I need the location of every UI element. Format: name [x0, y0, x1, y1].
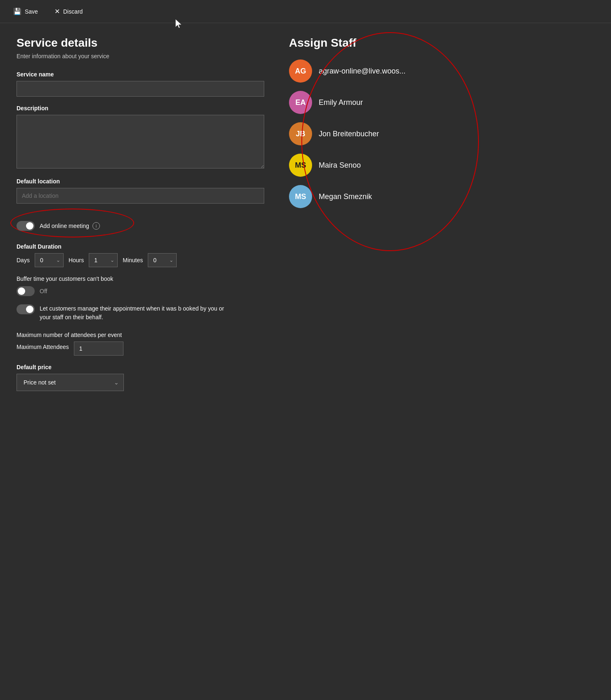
default-price-label: Default price	[17, 364, 264, 370]
save-label: Save	[25, 8, 38, 15]
page-subtitle: Enter information about your service	[17, 53, 264, 59]
page-title: Service details	[17, 36, 264, 50]
price-select[interactable]: Price not set Fixed price	[17, 374, 124, 391]
hours-select[interactable]: 1 2	[89, 253, 118, 267]
manage-section: Let customers manage their appointment w…	[17, 304, 264, 322]
staff-item-jb[interactable]: JB Jon Breitenbucher	[289, 122, 495, 145]
hours-select-wrapper: 1 2 ⌄	[89, 253, 118, 267]
discard-icon: ✕	[54, 7, 60, 15]
manage-label: Let customers manage their appointment w…	[40, 304, 225, 322]
discard-button[interactable]: ✕ Discard	[51, 5, 86, 18]
online-meeting-toggle[interactable]	[17, 221, 35, 231]
buffer-slider	[17, 286, 35, 296]
price-section: Default price Price not set Fixed price …	[17, 364, 264, 391]
discard-label: Discard	[63, 8, 83, 15]
staff-list: AG agraw-online@live.woos... EA Emily Ar…	[289, 59, 495, 208]
avatar-ea: EA	[289, 91, 312, 114]
minutes-select[interactable]: 0 15 30 45	[148, 253, 177, 267]
staff-name-ms1: Maira Senoo	[319, 161, 361, 170]
description-field: Description	[17, 105, 264, 170]
hours-label: Hours	[69, 257, 84, 263]
location-input[interactable]	[17, 188, 264, 204]
service-name-label: Service name	[17, 71, 264, 78]
buffer-section: Buffer time your customers can't book Of…	[17, 275, 264, 296]
max-attendees-title: Maximum number of attendees per event	[17, 332, 264, 338]
duration-field: Default Duration Days 0 1 2 ⌄ Hours 1 2	[17, 243, 264, 267]
buffer-toggle-row: Off	[17, 286, 264, 296]
left-panel: Service details Enter information about …	[17, 36, 264, 391]
online-meeting-row: Add online meeting i	[17, 218, 100, 233]
minutes-select-wrapper: 0 15 30 45 ⌄	[148, 253, 177, 267]
service-name-input[interactable]	[17, 81, 264, 97]
info-icon[interactable]: i	[92, 222, 100, 230]
attendees-section: Maximum number of attendees per event Ma…	[17, 332, 264, 356]
right-panel: Assign Staff AG agraw-online@live.woos..…	[289, 36, 495, 391]
staff-item-ag[interactable]: AG agraw-online@live.woos...	[289, 59, 495, 83]
location-label: Default location	[17, 178, 264, 185]
duration-row: Days 0 1 2 ⌄ Hours 1 2 ⌄	[17, 253, 264, 267]
max-attendees-input[interactable]	[74, 342, 123, 356]
online-meeting-text: Add online meeting	[40, 223, 89, 229]
staff-item-ms1[interactable]: MS Maira Senoo	[289, 154, 495, 177]
online-meeting-label: Add online meeting i	[40, 222, 100, 230]
days-label: Days	[17, 257, 30, 263]
avatar-ag: AG	[289, 59, 312, 83]
buffer-label: Buffer time your customers can't book	[17, 275, 264, 282]
minutes-label: Minutes	[123, 257, 143, 263]
manage-toggle[interactable]	[17, 304, 35, 314]
price-select-wrapper: Price not set Fixed price ⌄	[17, 374, 124, 391]
location-field: Default location	[17, 178, 264, 204]
save-icon: 💾	[13, 7, 21, 15]
max-attendees-label: Maximum Attendees	[17, 344, 69, 350]
save-button[interactable]: 💾 Save	[10, 5, 41, 18]
staff-item-ms2[interactable]: MS Megan Smeznik	[289, 185, 495, 208]
staff-name-ms2: Megan Smeznik	[319, 192, 372, 201]
buffer-toggle[interactable]	[17, 286, 35, 296]
avatar-ms2: MS	[289, 185, 312, 208]
description-input[interactable]	[17, 115, 264, 168]
days-select-wrapper: 0 1 2 ⌄	[35, 253, 64, 267]
duration-label: Default Duration	[17, 243, 264, 250]
online-meeting-wrapper: Add online meeting i	[17, 212, 100, 243]
manage-slider	[17, 304, 35, 314]
service-name-field: Service name	[17, 71, 264, 97]
attendees-row: Maximum Attendees	[17, 342, 264, 356]
avatar-jb: JB	[289, 122, 312, 145]
main-content: Service details Enter information about …	[0, 23, 611, 404]
toolbar: 💾 Save ✕ Discard	[0, 0, 611, 23]
staff-item-ea[interactable]: EA Emily Armour	[289, 91, 495, 114]
staff-name-ea: Emily Armour	[319, 98, 363, 107]
days-select[interactable]: 0 1 2	[35, 253, 64, 267]
assign-staff-title: Assign Staff	[289, 36, 495, 50]
buffer-off-label: Off	[40, 288, 47, 294]
staff-name-ag: agraw-online@live.woos...	[319, 67, 405, 76]
description-label: Description	[17, 105, 264, 112]
avatar-ms1: MS	[289, 154, 312, 177]
toggle-slider	[17, 221, 35, 231]
staff-name-jb: Jon Breitenbucher	[319, 130, 379, 138]
